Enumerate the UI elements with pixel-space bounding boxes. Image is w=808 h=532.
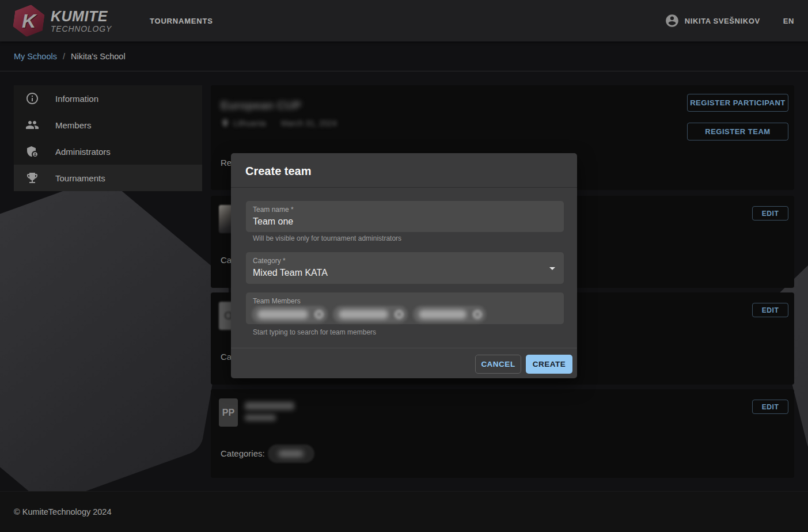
- redacted-member-chip[interactable]: [333, 306, 408, 323]
- category-label: Category *: [253, 257, 286, 265]
- chip-remove-icon[interactable]: [393, 309, 405, 320]
- chip-remove-icon[interactable]: [472, 309, 483, 320]
- divider: [231, 348, 577, 348]
- redacted-member-chip[interactable]: [252, 306, 328, 323]
- cancel-button[interactable]: CANCEL: [475, 355, 521, 374]
- chip-remove-icon[interactable]: [313, 309, 325, 320]
- team-name-label: Team name *: [253, 206, 294, 214]
- category-value: Mixed Team KATA: [253, 268, 328, 278]
- divider: [231, 187, 577, 188]
- chevron-down-icon[interactable]: [545, 261, 559, 275]
- team-name-value: Team one: [253, 216, 293, 227]
- page: K KUMITE TECHNOLOGY TOURNAMENTS NIKITA S…: [0, 0, 808, 532]
- team-members-helper: Start typing to search for team members: [253, 328, 376, 336]
- team-members-input[interactable]: Team Members: [246, 292, 564, 324]
- team-member-chips: [252, 306, 486, 323]
- redacted-member-chip[interactable]: [413, 306, 486, 323]
- dialog-title: Create team: [245, 165, 312, 178]
- team-members-label: Team Members: [253, 297, 301, 305]
- category-select[interactable]: Category * Mixed Team KATA: [246, 252, 564, 284]
- team-name-input[interactable]: Team name * Team one: [246, 201, 564, 232]
- team-name-helper: Will be visible only for tournament admi…: [253, 234, 401, 242]
- create-button[interactable]: CREATE: [526, 355, 572, 374]
- create-team-dialog: Create team Team name * Team one Will be…: [231, 153, 577, 378]
